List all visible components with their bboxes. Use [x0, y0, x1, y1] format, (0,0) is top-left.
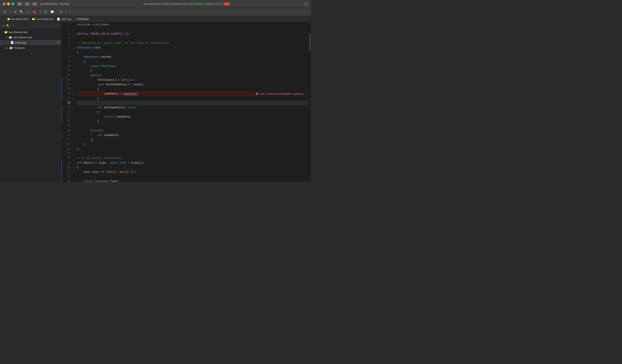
- run-button[interactable]: ▶: [17, 2, 23, 6]
- main-content: + 🔍 ⋮ ▾ 📁 vax-theme-test ▾ 📁 vax-theme-t…: [0, 22, 311, 182]
- error-message: !Use of undeclared identifier 'vaasdlue': [253, 91, 306, 97]
- bookmark-button[interactable]: 🔖: [31, 9, 37, 14]
- link-button[interactable]: ⛓: [43, 9, 48, 14]
- code-editor[interactable]: #include <iostream> #define MACRO_COLOR_…: [73, 22, 308, 182]
- breadcrumb-nav: ‹ ›: [2, 18, 5, 21]
- scheme-name: vax-theme-test: [40, 2, 58, 5]
- sidebar-filter-btn[interactable]: 🔍: [6, 24, 10, 28]
- sidebar-toolbar: + 🔍 ⋮: [0, 22, 61, 29]
- sidebar-item-products[interactable]: ▶ 📁 Products: [0, 45, 61, 50]
- search-button[interactable]: 🔍: [19, 9, 25, 14]
- traffic-lights: [3, 2, 14, 5]
- breadcrumb-bar: ‹ › 📁 vax-theme-test › 📁 vax-theme-test …: [0, 16, 311, 22]
- comment-button[interactable]: 💬: [49, 9, 55, 14]
- show-navigator-button[interactable]: ☰: [2, 9, 7, 14]
- root-folder-icon: 📁: [4, 31, 8, 34]
- toolbar-controls: ▶ ■ ⊞: [17, 2, 38, 6]
- sidebar: + 🔍 ⋮ ▾ 📁 vax-theme-test ▾ 📁 vax-theme-t…: [0, 22, 61, 182]
- title-right: { }: [304, 1, 308, 6]
- nav-forward-button[interactable]: ›: [69, 9, 72, 14]
- group-folder-icon: 📁: [9, 36, 12, 39]
- products-folder-icon: 📁: [9, 46, 13, 50]
- file-icon: 📄: [11, 41, 14, 44]
- editor-content[interactable]: 1234567891011121314151617181920212223242…: [61, 22, 311, 182]
- line-number-gutter: 1234567891011121314151617181920212223242…: [62, 22, 73, 182]
- breadcrumb-back-button[interactable]: ‹: [2, 18, 3, 21]
- error-badge[interactable]: ⚠ 1: [223, 2, 230, 5]
- code-review-button[interactable]: { }: [304, 1, 308, 6]
- breadcrumb-symbol[interactable]: C TestClass: [75, 18, 89, 21]
- fullscreen-button[interactable]: [11, 2, 14, 5]
- modified-badge: M: [57, 41, 59, 44]
- scheme-button[interactable]: ⊞: [32, 2, 38, 6]
- separator-1: [57, 10, 57, 14]
- sidebar-add-btn[interactable]: +: [2, 24, 4, 28]
- list-button[interactable]: ≡: [38, 9, 42, 14]
- error-line-marker: [310, 91, 311, 92]
- breadcrumb-project[interactable]: 📁 vax-theme-test: [7, 18, 28, 21]
- build-info: vax-theme-test | Build vax-theme-test: S…: [144, 2, 222, 5]
- stop-button[interactable]: ■: [24, 2, 30, 6]
- close-button[interactable]: [3, 2, 5, 5]
- title-bar: ▶ ■ ⊞ vax-theme-test › My Mac vax-theme-…: [0, 0, 311, 8]
- sidebar-item-root[interactable]: ▾ 📁 vax-theme-test: [0, 29, 61, 35]
- sidebar-more-btn[interactable]: ⋮: [11, 24, 15, 28]
- layout-button[interactable]: ⊞: [13, 9, 18, 14]
- nav-back-button[interactable]: ‹: [64, 9, 68, 14]
- minimize-button[interactable]: [7, 2, 10, 5]
- scheme-selector: vax-theme-test › My Mac: [40, 2, 69, 5]
- add-button[interactable]: +: [8, 9, 12, 14]
- device-name: My Mac: [60, 2, 69, 5]
- sidebar-item-file[interactable]: 📄 main.cpp M: [0, 40, 61, 45]
- arrow-icon: ▾: [2, 31, 3, 33]
- grid-button[interactable]: ⊟: [59, 9, 64, 14]
- toolbar: ☰ + ⊞ 🔍 ⚠ 🔖 ≡ ⛓ 💬 ⊟ ‹ ›: [0, 8, 311, 16]
- products-arrow-icon: ▶: [6, 47, 8, 49]
- editor-area: 1234567891011121314151617181920212223242…: [61, 22, 311, 182]
- scrollbar-track[interactable]: [308, 22, 311, 182]
- breadcrumb-folder[interactable]: 📁 vax-theme-test: [32, 18, 53, 21]
- scrollbar-thumb[interactable]: [309, 33, 311, 51]
- title-center: vax-theme-test | Build vax-theme-test: S…: [69, 2, 304, 5]
- warning-button[interactable]: ⚠: [25, 9, 31, 14]
- breadcrumb-forward-button[interactable]: ›: [4, 18, 5, 21]
- sidebar-item-group[interactable]: ▾ 📁 vax-theme-test: [0, 35, 61, 40]
- breadcrumb-file[interactable]: 📄 main.cpp: [57, 18, 72, 21]
- group-arrow-icon: ▾: [6, 36, 7, 38]
